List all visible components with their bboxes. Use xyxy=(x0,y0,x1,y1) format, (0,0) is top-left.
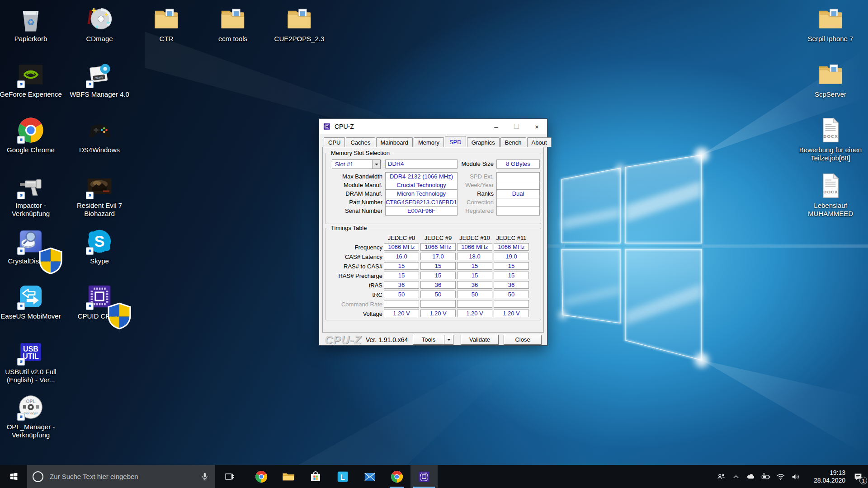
desktop-icon-ecm-tools[interactable]: ecm tools xyxy=(201,5,264,43)
chrome-icon xyxy=(390,470,404,483)
svg-text:UTIL: UTIL xyxy=(23,352,39,360)
taskbar-app-chrome-window[interactable] xyxy=(383,465,410,488)
tab-graphics[interactable]: Graphics xyxy=(467,137,500,147)
microphone-icon[interactable] xyxy=(200,472,210,482)
desktop-icon-serpil-iphone-7[interactable]: Serpil Iphone 7 xyxy=(799,5,862,43)
week-year-field xyxy=(496,181,540,190)
desktop-icon-usbutil[interactable]: USBUTILUSBUtil v2.0 Full (English) - Ver… xyxy=(0,338,62,384)
max-bandwidth-field: DDR4-2132 (1066 MHz) xyxy=(385,172,458,181)
field-label: Max Bandwidth xyxy=(326,172,382,181)
hidden-icons-chevron[interactable] xyxy=(728,465,743,488)
taskbar-search[interactable] xyxy=(27,465,215,488)
timings-cell: 1.20 V xyxy=(384,310,419,317)
shortcut-arrow-icon xyxy=(86,80,94,88)
timings-cell xyxy=(420,300,456,308)
onedrive-icon[interactable] xyxy=(743,465,758,488)
cpuz-footer: CPU-Z Ver. 1.91.0.x64 Tools Validate Clo… xyxy=(319,333,547,346)
validate-button[interactable]: Validate xyxy=(461,335,499,345)
tools-button[interactable]: Tools xyxy=(413,335,444,345)
field-label: Week/Year xyxy=(458,181,494,190)
action-center-button[interactable]: 1 xyxy=(848,465,868,488)
desktop-icon-google-chrome[interactable]: Google Chrome xyxy=(0,116,62,154)
desktop-icon-scpserver[interactable]: ScpServer xyxy=(799,60,862,99)
desktop-icon-ds4windows[interactable]: DS4Windows xyxy=(68,116,131,154)
taskbar-clock[interactable]: 19:13 28.04.2020 xyxy=(807,469,845,484)
shortcut-arrow-icon xyxy=(86,247,94,255)
tab-spd[interactable]: SPD xyxy=(445,136,466,147)
slot-selector-dropdown[interactable]: Slot #1 xyxy=(332,160,381,169)
desktop-icon-easeus-mobimover[interactable]: EaseUS MobiMover xyxy=(0,282,62,320)
minimize-button[interactable]: – xyxy=(486,119,506,134)
desktop-icon-label: USBUtil v2.0 Full (English) - Ver... xyxy=(0,368,62,384)
clock-date: 28.04.2020 xyxy=(807,477,845,484)
tab-bench[interactable]: Bench xyxy=(500,137,526,147)
serial-number-field: E00AF96F xyxy=(385,206,458,216)
docx-icon: DOCX xyxy=(816,116,845,145)
cpuz-icon xyxy=(417,470,431,483)
desktop-icon-label: CUE2POPS_2.3 xyxy=(268,35,331,43)
desktop-icon-crystaldiskinfo[interactable]: CrystalDiskInfo xyxy=(0,227,62,265)
desktop-icon-ctr[interactable]: CTR xyxy=(135,5,198,43)
volume-icon[interactable] xyxy=(788,465,803,488)
tab-caches[interactable]: Caches xyxy=(346,137,375,147)
timings-cell: 1.20 V xyxy=(457,310,492,317)
chevron-down-icon[interactable] xyxy=(372,160,380,169)
module-size-field: 8 GBytes xyxy=(496,160,540,169)
tools-dropdown-arrow[interactable] xyxy=(444,335,453,345)
tab-memory[interactable]: Memory xyxy=(414,137,444,147)
timings-cell: 50 xyxy=(420,291,456,298)
people-icon[interactable] xyxy=(713,465,728,488)
search-input[interactable] xyxy=(50,473,200,480)
desktop-icon-lebenslauf-docx[interactable]: DOCXLebenslauf MUHAMMEED xyxy=(799,171,862,218)
timings-row-label: Frequency xyxy=(326,243,382,252)
desktop-icon-cpuid-cpuz[interactable]: CPUID CPU-Z xyxy=(68,282,131,320)
maximize-button[interactable]: ☐ xyxy=(506,119,527,134)
desktop-icon-cue2pops[interactable]: CUE2POPS_2.3 xyxy=(268,5,331,43)
re7-icon xyxy=(85,171,114,200)
close-button[interactable]: × xyxy=(527,119,547,134)
taskbar-app-microsoft-store[interactable] xyxy=(302,465,329,488)
timings-cell: 15 xyxy=(457,262,492,270)
battery-icon[interactable] xyxy=(758,465,773,488)
desktop-icon-impactor[interactable]: Impactor - Verknüpfung xyxy=(0,171,62,218)
desktop-icon-papierkorb[interactable]: ♻Papierkorb xyxy=(0,5,62,43)
desktop-icon-label: Serpil Iphone 7 xyxy=(799,35,862,43)
desktop-icon-bewerbung-docx[interactable]: DOCXBewerbung für einen Teilzetjob[68] xyxy=(799,116,862,162)
desktop-icon-wbfs-manager[interactable]: WBFSWBFS Manager 4.0 xyxy=(68,60,131,99)
timings-cell: 19.0 xyxy=(494,253,529,260)
taskbar-app-file-explorer[interactable] xyxy=(275,465,302,488)
taskbar-app-ldplayer[interactable]: L xyxy=(329,465,356,488)
timings-cell: 15 xyxy=(384,272,419,279)
wbfs-icon: WBFS xyxy=(85,60,114,89)
cpuz-titlebar[interactable]: CPU-Z –☐× xyxy=(319,119,547,134)
timings-column-header: JEDEC #11 xyxy=(494,235,529,241)
tab-cpu[interactable]: CPU xyxy=(324,137,345,147)
close-button[interactable]: Close xyxy=(504,335,542,345)
field-label: Serial Number xyxy=(326,206,382,216)
tab-about[interactable]: About xyxy=(527,137,552,147)
cpuz-window: CPU-Z –☐× CPUCachesMainboardMemorySPDGra… xyxy=(319,118,547,346)
desktop-icon-geforce-experience[interactable]: GeForce Experience xyxy=(0,60,62,99)
desktop-icon-opl-manager[interactable]: OPLmanagerOPL_Manager - Verknüpfung xyxy=(0,393,62,439)
module-manuf--field: Crucial Technology xyxy=(385,181,458,190)
wifi-icon[interactable] xyxy=(773,465,788,488)
timings-row-label: Voltage xyxy=(326,310,382,319)
desktop-icon-label: Bewerbung für einen Teilzetjob[68] xyxy=(799,146,862,162)
desktop-icon-skype[interactable]: SSkype xyxy=(68,227,131,265)
version-text: Ver. 1.91.0.x64 xyxy=(366,336,408,343)
desktop-icon-resident-evil-7[interactable]: Resident Evil 7 Biohazard xyxy=(68,171,131,218)
cortana-icon[interactable] xyxy=(33,471,43,482)
task-view-button[interactable] xyxy=(218,465,241,488)
field-label: Module Manuf. xyxy=(326,181,382,190)
cpuz-icon xyxy=(85,282,114,311)
taskbar-app-cpuz[interactable] xyxy=(410,465,438,488)
desktop-icon-cdmage[interactable]: CDmage xyxy=(68,5,131,43)
start-button[interactable] xyxy=(0,465,27,488)
taskbar-app-chrome[interactable] xyxy=(248,465,275,488)
timings-cell: 36 xyxy=(457,281,492,289)
slot-selector-value: Slot #1 xyxy=(335,161,353,168)
taskbar-app-mail[interactable] xyxy=(356,465,383,488)
tab-mainboard[interactable]: Mainboard xyxy=(376,137,413,147)
drill-icon xyxy=(16,171,45,200)
cpuz-logo: CPU-Z xyxy=(325,333,361,347)
